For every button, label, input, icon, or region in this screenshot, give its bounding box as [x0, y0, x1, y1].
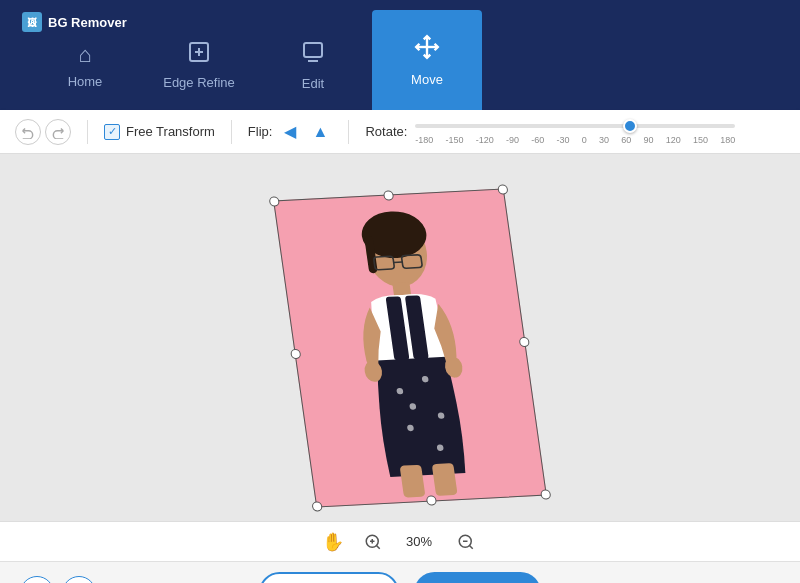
next-button[interactable] — [62, 576, 96, 584]
tab-home-label: Home — [68, 74, 103, 89]
divider-2 — [231, 120, 232, 144]
svg-line-26 — [376, 545, 379, 548]
image-container[interactable] — [273, 188, 547, 507]
zoom-toolbar: ✋ 30% — [0, 521, 800, 561]
prev-button[interactable] — [20, 576, 54, 584]
tab-move[interactable]: Move — [372, 10, 482, 110]
tab-edge-refine-label: Edge Refine — [163, 75, 235, 90]
app-header: 🖼 BG Remover ⌂ Home Edge Refine — [0, 0, 800, 110]
free-transform-toggle[interactable]: ✓ Free Transform — [104, 124, 215, 140]
zoom-out-button[interactable] — [453, 529, 479, 555]
undo-redo-group — [15, 119, 71, 145]
move-icon — [414, 34, 440, 66]
divider-3 — [348, 120, 349, 144]
home-icon: ⌂ — [78, 42, 91, 68]
tab-edge-refine[interactable]: Edge Refine — [144, 20, 254, 110]
canvas-area — [0, 154, 800, 521]
edit-icon — [301, 40, 325, 70]
handle-top-right[interactable] — [497, 184, 508, 194]
zoom-level: 30% — [402, 534, 437, 549]
free-transform-label: Free Transform — [126, 124, 215, 139]
rotate-label: Rotate: — [365, 124, 407, 139]
handle-top-center[interactable] — [383, 190, 394, 200]
zoom-in-button[interactable] — [360, 529, 386, 555]
tab-move-label: Move — [411, 72, 443, 87]
divider-1 — [87, 120, 88, 144]
redo-button[interactable] — [45, 119, 71, 145]
footer-buttons: New Image Download — [259, 572, 541, 583]
app-logo: 🖼 BG Remover — [22, 12, 127, 32]
transform-box — [273, 188, 547, 507]
footer: New Image Download — [0, 561, 800, 583]
handle-middle-right[interactable] — [519, 336, 530, 346]
edge-refine-icon — [187, 40, 211, 69]
app-logo-icon: 🖼 — [22, 12, 42, 32]
download-button[interactable]: Download — [414, 572, 541, 583]
handle-top-left[interactable] — [269, 196, 280, 206]
undo-button[interactable] — [15, 119, 41, 145]
flip-vertical-button[interactable]: ▲ — [308, 120, 332, 144]
rotate-track — [415, 124, 735, 128]
app-title: BG Remover — [48, 15, 127, 30]
hand-tool-icon[interactable]: ✋ — [322, 531, 344, 553]
tab-edit[interactable]: Edit — [258, 20, 368, 110]
flip-label: Flip: — [248, 124, 273, 139]
rotate-section: Rotate: -180 -150 -120 -90 -60 -30 0 30 … — [365, 119, 735, 145]
free-transform-checkbox[interactable]: ✓ — [104, 124, 120, 140]
flip-section: Flip: ◀ ▲ — [248, 120, 333, 144]
svg-rect-1 — [304, 43, 322, 57]
rotate-scale: -180 -150 -120 -90 -60 -30 0 30 60 90 12… — [415, 135, 735, 145]
toolbar: ✓ Free Transform Flip: ◀ ▲ Rotate: -180 … — [0, 110, 800, 154]
tab-home[interactable]: ⌂ Home — [30, 20, 140, 110]
rotate-thumb[interactable] — [623, 119, 637, 133]
footer-nav — [20, 576, 96, 584]
rotate-slider-container: -180 -150 -120 -90 -60 -30 0 30 60 90 12… — [415, 119, 735, 145]
svg-line-29 — [469, 545, 472, 548]
handle-bottom-left[interactable] — [311, 501, 322, 511]
flip-horizontal-button[interactable]: ◀ — [278, 120, 302, 144]
tab-edit-label: Edit — [302, 76, 324, 91]
handle-middle-left[interactable] — [290, 348, 301, 358]
handle-bottom-center[interactable] — [426, 495, 437, 505]
handle-bottom-right[interactable] — [540, 489, 551, 499]
new-image-button[interactable]: New Image — [259, 572, 399, 583]
nav-tabs: ⌂ Home Edge Refine — [10, 0, 790, 110]
